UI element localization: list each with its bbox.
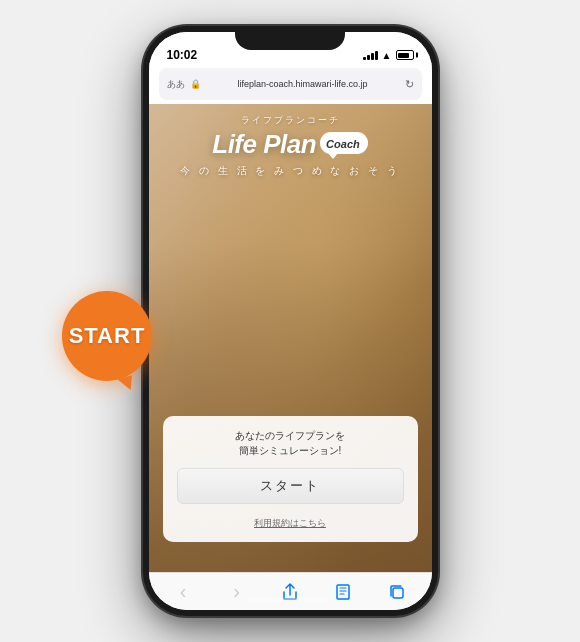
back-icon: ‹ [180,580,187,603]
cta-description: あなたのライフプランを 簡単シミュレーション! [177,428,404,458]
cta-box: あなたのライフプランを 簡単シミュレーション! スタート 利用規約はこちら [163,416,418,542]
terms-link-text: 利用規約はこちら [254,518,326,528]
battery-icon [396,50,414,60]
logo-coach-text: Coach [326,138,360,150]
phone-notch [235,26,345,50]
status-time: 10:02 [167,48,198,62]
start-bubble-label: START [69,323,146,349]
browser-bottom-bar: ‹ › [149,572,432,610]
svg-rect-0 [337,585,349,599]
cta-desc-line2: 簡単シミュレーション! [239,445,342,456]
logo-subtitle: ライフプランコーチ [241,114,340,127]
cta-desc-line1: あなたのライフプランを [235,430,345,441]
terms-link[interactable]: 利用規約はこちら [177,512,404,530]
browser-back-button[interactable]: ‹ [170,579,196,605]
browser-tabs-button[interactable] [384,579,410,605]
phone-screen: 10:02 ▲ ああ 🔒 lif [149,32,432,610]
forward-icon: › [233,580,240,603]
lock-icon: 🔒 [190,79,201,89]
svg-rect-1 [393,588,403,598]
logo-coach-bubble: Coach [320,132,368,154]
logo-main: Life Plan Coach [212,129,367,160]
tabs-icon [389,584,405,600]
start-button-label: スタート [260,477,320,495]
scene: 10:02 ▲ ああ 🔒 lif [0,0,580,642]
start-button[interactable]: スタート [177,468,404,504]
website-content: ライフプランコーチ Life Plan Coach 今 の 生 活 を み つ … [149,104,432,572]
logo-lifeplan-text: Life Plan [212,129,316,160]
status-icons: ▲ [363,50,413,61]
home-indicator [250,598,330,602]
start-bubble[interactable]: START [62,291,152,381]
url-text: lifeplan-coach.himawari-life.co.jp [206,79,400,89]
browser-forward-button[interactable]: › [224,579,250,605]
phone-frame: 10:02 ▲ ああ 🔒 lif [143,26,438,616]
bookmarks-icon [335,583,351,601]
logo-tagline: 今 の 生 活 を み つ め な お そ う [180,164,400,178]
url-text-label: ああ [167,78,185,91]
browser-bookmarks-button[interactable] [330,579,356,605]
signal-icon [363,50,378,60]
reload-icon[interactable]: ↻ [405,78,414,91]
logo-area: ライフプランコーチ Life Plan Coach 今 の 生 活 を み つ … [149,114,432,178]
url-bar[interactable]: ああ 🔒 lifeplan-coach.himawari-life.co.jp … [159,68,422,100]
wifi-icon: ▲ [382,50,392,61]
